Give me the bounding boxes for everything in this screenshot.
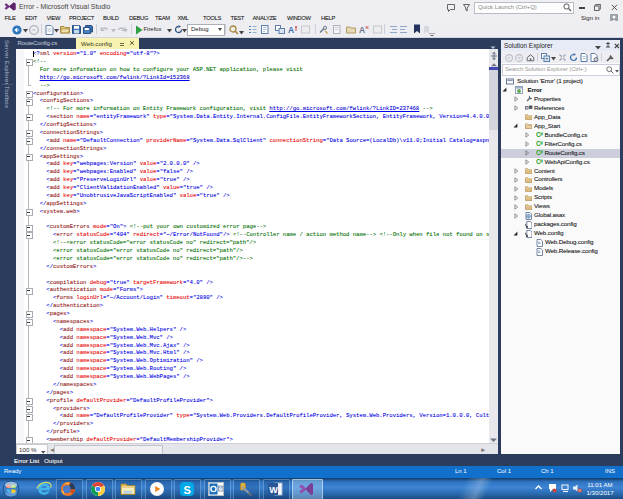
svg-text:A: A — [359, 25, 365, 34]
svg-text:A: A — [288, 25, 294, 34]
svg-text:#: # — [540, 159, 543, 164]
svg-text:S: S — [183, 484, 190, 496]
svg-text:#: # — [540, 141, 543, 146]
svg-text:#: # — [540, 150, 543, 155]
svg-text:#: # — [540, 132, 543, 137]
svg-text:W: W — [269, 485, 278, 495]
